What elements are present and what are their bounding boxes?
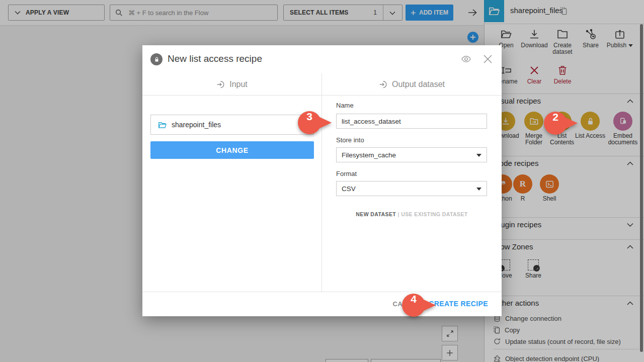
new-recipe-modal: New list access recipe Input Output data… bbox=[142, 45, 502, 316]
new-dataset-toggle[interactable]: NEW DATASET bbox=[356, 211, 396, 217]
tab-input: Input bbox=[142, 73, 321, 96]
output-arrow-icon bbox=[379, 80, 388, 89]
use-existing-dataset-toggle[interactable]: USE EXISTING DATASET bbox=[401, 211, 467, 217]
format-select[interactable]: CSV bbox=[336, 181, 487, 196]
step-3-number: 3 bbox=[297, 105, 321, 129]
modal-column-headers: Input Output dataset bbox=[142, 73, 502, 96]
step-2-number: 2 bbox=[543, 105, 568, 129]
toggle-separator: | bbox=[398, 211, 399, 217]
output-name-input[interactable] bbox=[336, 114, 487, 129]
step-4-number: 4 bbox=[401, 287, 426, 311]
name-label: Name bbox=[336, 102, 354, 109]
tab-output-dataset: Output dataset bbox=[322, 73, 502, 96]
select-caret-icon bbox=[476, 154, 481, 157]
modal-footer: CANCEL CREATE RECIPE bbox=[142, 292, 502, 316]
lock-recipe-icon bbox=[150, 53, 163, 65]
input-dataset-name: sharepoint_files bbox=[172, 121, 221, 129]
eye-icon[interactable] bbox=[461, 55, 471, 63]
input-arrow-icon bbox=[216, 80, 225, 89]
flow-app: APPLY A VIEW SELECT ALL ITEMS 1 ADD ITEM… bbox=[0, 0, 644, 362]
create-recipe-button[interactable]: CREATE RECIPE bbox=[429, 300, 488, 308]
input-dataset-box[interactable]: sharepoint_files bbox=[150, 115, 314, 135]
store-into-label: Store into bbox=[336, 136, 364, 144]
select-caret-icon bbox=[476, 188, 481, 191]
change-input-button[interactable]: CHANGE bbox=[150, 141, 314, 159]
format-label: Format bbox=[336, 170, 357, 177]
dataset-mode-toggle: NEW DATASET | USE EXISTING DATASET bbox=[322, 211, 502, 217]
store-into-select[interactable]: Filesystem_cache bbox=[336, 147, 487, 162]
column-divider bbox=[321, 73, 322, 292]
folder-icon bbox=[158, 121, 167, 129]
close-icon[interactable] bbox=[484, 55, 492, 63]
modal-title: New list access recipe bbox=[168, 53, 262, 64]
